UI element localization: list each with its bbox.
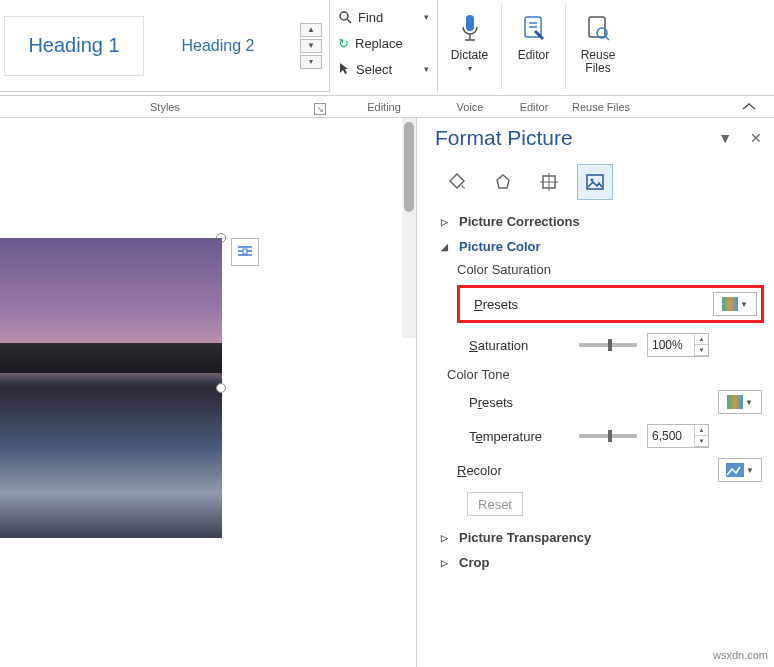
temperature-slider[interactable] — [579, 434, 637, 438]
replace-button[interactable]: ↻ Replace — [338, 30, 429, 56]
section-picture-color: ◢Picture Color Color Saturation Presets … — [441, 239, 762, 516]
recolor-row: Recolor ▼ — [457, 458, 762, 482]
chevron-down-icon[interactable]: ▼ — [300, 39, 322, 53]
svg-rect-2 — [466, 15, 474, 31]
chevron-up-icon[interactable]: ▲ — [695, 425, 708, 436]
reuse-files-button[interactable]: Reuse Files — [566, 3, 630, 89]
reuse-label: Reuse Files — [581, 49, 616, 75]
pane-header: Format Picture ▼ ✕ — [435, 126, 762, 150]
vertical-scrollbar[interactable] — [402, 118, 416, 338]
editor-group-label: Editor — [502, 96, 566, 117]
saturation-field-label: Saturation — [469, 338, 569, 353]
tab-effects[interactable] — [485, 164, 521, 200]
tab-picture[interactable] — [577, 164, 613, 200]
color-tone-label: Color Tone — [447, 367, 762, 382]
search-icon — [338, 10, 352, 24]
dictate-button[interactable]: Dictate ▾ — [438, 3, 502, 89]
temperature-row: Temperature 6,500▲▼ — [469, 424, 762, 448]
preset-swatch-icon — [727, 395, 743, 409]
select-button[interactable]: Select ▾ — [338, 56, 429, 82]
picture-content — [0, 238, 222, 538]
triangle-right-icon: ▷ — [441, 533, 451, 543]
styles-group-label: Styles ↘ — [0, 96, 330, 117]
chevron-down-icon[interactable]: ▼ — [695, 436, 708, 447]
layout-icon — [236, 244, 254, 260]
selected-image[interactable] — [0, 238, 225, 628]
dialog-launcher-icon[interactable]: ↘ — [314, 103, 326, 115]
reuse-group-label: Reuse Files — [566, 96, 636, 117]
replace-label: Replace — [355, 36, 403, 51]
reset-button[interactable]: Reset — [467, 492, 523, 516]
saturation-presets-row: Presets ▼ — [457, 285, 764, 323]
ribbon-collapse-button[interactable] — [636, 96, 774, 117]
editor-icon — [516, 9, 552, 47]
editor-button[interactable]: Editor — [502, 3, 566, 89]
pane-tabs — [439, 164, 762, 200]
svg-marker-12 — [497, 175, 509, 188]
saturation-slider[interactable] — [579, 343, 637, 347]
chevron-up-icon[interactable]: ▲ — [300, 23, 322, 37]
chevron-down-icon: ▾ — [468, 64, 472, 73]
dictate-label: Dictate — [451, 49, 488, 62]
find-button[interactable]: Find ▾ — [338, 4, 429, 30]
chevron-down-icon: ▼ — [746, 466, 754, 475]
triangle-down-icon: ◢ — [441, 242, 451, 252]
tone-presets-button[interactable]: ▼ — [718, 390, 762, 414]
ribbon: Heading 1 Heading 2 ▲ ▼ ▾ Find ▾ ↻ Repla… — [0, 0, 774, 96]
chevron-down-icon: ▼ — [740, 300, 748, 309]
cursor-icon — [338, 62, 350, 76]
main-area: Format Picture ▼ ✕ ▷Picture Corrections … — [0, 118, 774, 667]
recolor-button[interactable]: ▼ — [718, 458, 762, 482]
svg-point-0 — [340, 12, 348, 20]
chevron-more-icon[interactable]: ▾ — [300, 55, 322, 69]
tab-layout[interactable] — [531, 164, 567, 200]
temperature-input[interactable]: 6,500▲▼ — [647, 424, 709, 448]
chevron-down-icon: ▾ — [424, 64, 429, 74]
svg-line-10 — [605, 36, 609, 40]
resize-handle[interactable] — [216, 383, 226, 393]
styles-gallery-spinner[interactable]: ▲ ▼ ▾ — [300, 23, 324, 69]
saturation-label: Color Saturation — [457, 262, 762, 277]
presets-label: Presets — [474, 297, 518, 312]
reuse-files-icon — [580, 9, 616, 47]
editor-label: Editor — [518, 49, 549, 62]
svg-rect-16 — [587, 175, 603, 189]
saturation-row: Saturation 100%▲▼ — [469, 333, 762, 357]
tone-presets-row: Presets ▼ — [469, 390, 762, 414]
preset-swatch-icon — [722, 297, 738, 311]
triangle-right-icon: ▷ — [441, 558, 451, 568]
editing-group-label: Editing — [330, 96, 438, 117]
style-heading1[interactable]: Heading 1 — [4, 16, 144, 76]
svg-line-1 — [347, 19, 351, 23]
section-crop[interactable]: ▷Crop — [441, 555, 762, 570]
close-icon[interactable]: ✕ — [750, 130, 762, 146]
microphone-icon — [452, 9, 488, 47]
layout-options-button[interactable] — [231, 238, 259, 266]
editing-group: Find ▾ ↻ Replace Select ▾ — [330, 0, 438, 92]
voice-group-label: Voice — [438, 96, 502, 117]
chevron-up-icon — [742, 102, 756, 112]
voice-editor-reuse: Dictate ▾ Editor Reuse Files — [438, 0, 630, 92]
document-canvas[interactable] — [0, 118, 416, 667]
scroll-thumb[interactable] — [404, 122, 414, 212]
replace-icon: ↻ — [338, 36, 349, 51]
tone-presets-label: Presets — [469, 395, 569, 410]
saturation-input[interactable]: 100%▲▼ — [647, 333, 709, 357]
tab-fill[interactable] — [439, 164, 475, 200]
ribbon-group-labels: Styles ↘ Editing Voice Editor Reuse File… — [0, 96, 774, 118]
style-heading2[interactable]: Heading 2 — [148, 16, 288, 76]
select-label: Select — [356, 62, 392, 77]
svg-rect-11 — [243, 249, 247, 254]
format-picture-pane: Format Picture ▼ ✕ ▷Picture Corrections … — [416, 118, 774, 667]
pane-dropdown-icon[interactable]: ▼ — [718, 130, 732, 146]
temperature-label: Temperature — [469, 429, 569, 444]
chevron-up-icon[interactable]: ▲ — [695, 334, 708, 345]
chevron-down-icon: ▾ — [424, 12, 429, 22]
recolor-label: Recolor — [457, 463, 557, 478]
pane-title: Format Picture — [435, 126, 573, 150]
saturation-presets-button[interactable]: ▼ — [713, 292, 757, 316]
picture-color-header[interactable]: ◢Picture Color — [441, 239, 762, 254]
section-corrections[interactable]: ▷Picture Corrections — [441, 214, 762, 229]
chevron-down-icon[interactable]: ▼ — [695, 345, 708, 356]
section-transparency[interactable]: ▷Picture Transparency — [441, 530, 762, 545]
